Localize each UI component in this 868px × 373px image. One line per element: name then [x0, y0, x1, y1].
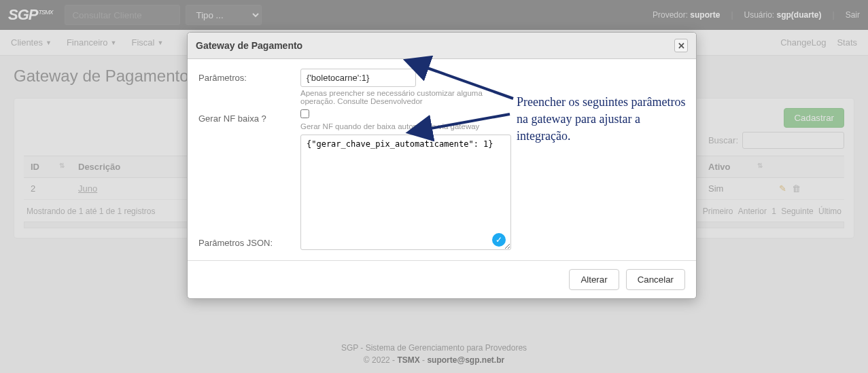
parametros-input[interactable] [300, 69, 416, 87]
modal-body: Parâmetros: Apenas preencher se necessár… [188, 59, 696, 260]
alterar-button[interactable]: Alterar [569, 269, 619, 290]
modal-header: Gateway de Pagamento ✕ [188, 33, 696, 59]
footer: SGP - Sistema de Gerenciamento para Prov… [0, 342, 868, 366]
parametros-help: Apenas preencher se necessário customiza… [300, 89, 511, 105]
grammarly-icon: ✓ [492, 233, 506, 247]
cancelar-button[interactable]: Cancelar [626, 269, 685, 290]
gerar-nf-label: Gerar NF baixa ? [198, 109, 300, 130]
parametros-json-label: Parâmetros JSON: [198, 234, 300, 252]
gerar-nf-checkbox[interactable] [300, 109, 309, 118]
gerar-nf-help: Gerar NF quando der baixa automático via… [300, 122, 511, 130]
parametros-json-textarea[interactable]: {"gerar_chave_pix_automaticamente": 1} [300, 135, 511, 250]
modal-footer: Alterar Cancelar [188, 260, 696, 298]
close-icon[interactable]: ✕ [674, 39, 688, 52]
modal-title: Gateway de Pagamento [196, 40, 302, 51]
parametros-label: Parâmetros: [198, 69, 300, 105]
modal: Gateway de Pagamento ✕ Parâmetros: Apena… [187, 32, 697, 299]
